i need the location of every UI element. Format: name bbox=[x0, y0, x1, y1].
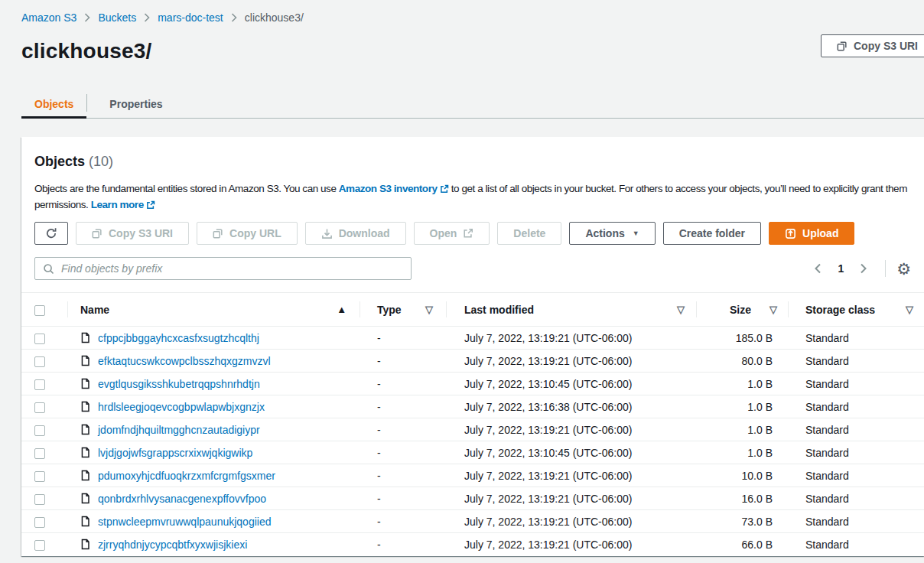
file-icon bbox=[80, 332, 90, 343]
object-last-modified: July 7, 2022, 13:10:45 (UTC-06:00) bbox=[446, 441, 696, 464]
tab-properties[interactable]: Properties bbox=[96, 89, 175, 118]
object-size: 80.0 B bbox=[696, 350, 788, 373]
object-storage-class: Standard bbox=[788, 464, 924, 487]
pagination: 1 ⚙ bbox=[808, 260, 911, 277]
row-checkbox[interactable] bbox=[34, 425, 45, 436]
object-name-link[interactable]: hrdlsleegjoqevcogbpwlapwbjxgnzjx bbox=[98, 401, 265, 413]
learn-more-link[interactable]: Learn more bbox=[91, 199, 155, 210]
copy-url-button[interactable]: Copy URL bbox=[197, 222, 298, 245]
row-checkbox[interactable] bbox=[34, 379, 45, 390]
sort-icon[interactable]: ▽ bbox=[769, 304, 777, 315]
file-icon bbox=[80, 447, 90, 458]
copy-icon bbox=[92, 228, 102, 239]
objects-toolbar: Copy S3 URI Copy URL Download Open Delet… bbox=[34, 222, 911, 245]
previous-page-button[interactable] bbox=[808, 262, 827, 275]
preferences-gear-icon[interactable]: ⚙ bbox=[896, 261, 911, 277]
next-page-button[interactable] bbox=[854, 262, 873, 275]
object-last-modified: July 7, 2022, 13:19:21 (UTC-06:00) bbox=[446, 327, 696, 350]
object-last-modified: July 7, 2022, 13:19:21 (UTC-06:00) bbox=[446, 533, 696, 556]
object-storage-class: Standard bbox=[788, 533, 924, 556]
object-name-link[interactable]: lvjdjgojwfsgrappscrxixwjqkigwikp bbox=[98, 447, 252, 459]
column-header-storage-class[interactable]: Storage class bbox=[805, 304, 875, 316]
object-last-modified: July 7, 2022, 13:16:38 (UTC-06:00) bbox=[446, 395, 696, 418]
row-checkbox[interactable] bbox=[34, 334, 45, 344]
object-name-link[interactable]: jdomfndjhquiltmgghcnzautadigiypr bbox=[98, 424, 260, 436]
object-size: 185.0 B bbox=[696, 327, 788, 350]
object-row: zjrryqhdnjycypcqbtfxyxwjisjkiexi - July … bbox=[21, 533, 924, 556]
object-size: 1.0 B bbox=[696, 373, 788, 395]
select-all-checkbox[interactable] bbox=[34, 305, 45, 316]
copy-s3-uri-button[interactable]: Copy S3 URI bbox=[76, 222, 189, 245]
object-row: hrdlsleegjoqevcogbpwlapwbjxgnzjx - July … bbox=[21, 395, 924, 418]
pagination-divider bbox=[885, 260, 886, 277]
breadcrumb-separator-icon bbox=[144, 13, 150, 22]
object-size: 1.0 B bbox=[696, 418, 788, 441]
object-last-modified: July 7, 2022, 13:10:45 (UTC-06:00) bbox=[446, 373, 696, 395]
objects-heading: Objects (10) bbox=[34, 152, 911, 171]
actions-button[interactable]: Actions ▼ bbox=[569, 222, 655, 245]
delete-button[interactable]: Delete bbox=[497, 222, 561, 245]
object-storage-class: Standard bbox=[788, 395, 924, 418]
row-checkbox[interactable] bbox=[34, 494, 45, 505]
object-storage-class: Standard bbox=[788, 510, 924, 533]
object-name-link[interactable]: zjrryqhdnjycypcqbtfxyxwjisjkiexi bbox=[98, 539, 247, 551]
sort-icon[interactable]: ▽ bbox=[677, 304, 685, 315]
row-checkbox[interactable] bbox=[34, 448, 45, 459]
sort-ascending-icon[interactable]: ▲ bbox=[337, 304, 346, 315]
object-row: qonbrdxrhlvysanacgenexpffovvfpoo - July … bbox=[21, 487, 924, 510]
breadcrumb-link-bucket[interactable]: mars-doc-test bbox=[158, 11, 223, 24]
object-row: stpnwcleepmvruwwqlpaunukjqogiied - July … bbox=[21, 510, 924, 533]
object-last-modified: July 7, 2022, 13:19:21 (UTC-06:00) bbox=[446, 464, 696, 487]
tab-bar: Objects Properties bbox=[21, 89, 924, 119]
objects-panel: Objects (10) Objects are the fundamental… bbox=[21, 137, 924, 556]
row-checkbox[interactable] bbox=[34, 356, 45, 367]
object-name-link[interactable]: qonbrdxrhlvysanacgenexpffovvfpoo bbox=[98, 493, 266, 505]
object-row: pdumoxyhjcdfuoqkrzxmfcrgmfgsxmer - July … bbox=[21, 464, 924, 487]
object-type: - bbox=[360, 464, 446, 487]
page-title: clickhouse3/ bbox=[21, 39, 924, 63]
tab-objects[interactable]: Objects bbox=[21, 89, 86, 118]
column-header-size[interactable]: Size bbox=[730, 304, 751, 316]
object-name-link[interactable]: cfppcjbbggayhcxcasfxsugtzhcqlthj bbox=[98, 332, 259, 344]
current-page-number[interactable]: 1 bbox=[838, 262, 844, 275]
object-storage-class: Standard bbox=[788, 373, 924, 395]
object-last-modified: July 7, 2022, 13:19:21 (UTC-06:00) bbox=[446, 510, 696, 533]
download-button[interactable]: Download bbox=[305, 222, 406, 245]
page-header: clickhouse3/ Copy S3 URI bbox=[21, 39, 924, 63]
object-type: - bbox=[360, 533, 446, 556]
breadcrumb-link-buckets[interactable]: Buckets bbox=[98, 11, 136, 24]
column-header-last-modified[interactable]: Last modified bbox=[464, 304, 534, 316]
find-objects-input[interactable] bbox=[34, 257, 412, 280]
upload-icon bbox=[785, 228, 796, 239]
column-header-type[interactable]: Type bbox=[377, 304, 402, 316]
row-checkbox[interactable] bbox=[34, 402, 45, 413]
file-icon bbox=[80, 378, 90, 389]
caret-down-icon: ▼ bbox=[633, 230, 639, 237]
object-type: - bbox=[360, 487, 446, 510]
breadcrumb-link-amazon-s3[interactable]: Amazon S3 bbox=[21, 11, 76, 24]
objects-count: (10) bbox=[89, 154, 113, 169]
object-name-link[interactable]: pdumoxyhjcdfuoqkrzxmfcrgmfgsxmer bbox=[98, 470, 275, 482]
row-checkbox[interactable] bbox=[34, 471, 45, 482]
create-folder-button[interactable]: Create folder bbox=[663, 222, 761, 245]
object-name-link[interactable]: evgtlqusgiksshkubetrqqpshnrhdtjn bbox=[98, 378, 260, 390]
open-button[interactable]: Open bbox=[414, 222, 490, 245]
copy-s3-uri-header-button[interactable]: Copy S3 URI bbox=[821, 34, 924, 57]
object-row: lvjdjgojwfsgrappscrxixwjqkigwikp - July … bbox=[21, 441, 924, 464]
amazon-s3-inventory-link[interactable]: Amazon S3 inventory bbox=[339, 183, 449, 194]
upload-button[interactable]: Upload bbox=[769, 222, 854, 245]
column-header-name[interactable]: Name bbox=[80, 304, 109, 316]
object-storage-class: Standard bbox=[788, 418, 924, 441]
objects-table: Name▲ Type▽ Last modified▽ Size▽ Storage… bbox=[21, 292, 924, 556]
object-name-link[interactable]: stpnwcleepmvruwwqlpaunukjqogiied bbox=[98, 516, 271, 528]
object-type: - bbox=[360, 373, 446, 395]
row-checkbox[interactable] bbox=[34, 540, 45, 551]
sort-icon[interactable]: ▽ bbox=[425, 304, 433, 315]
object-type: - bbox=[360, 418, 446, 441]
sort-icon[interactable]: ▽ bbox=[906, 304, 913, 315]
row-checkbox[interactable] bbox=[34, 517, 45, 528]
object-name-link[interactable]: efktaqtucswkcowpclbsszhqxgzmvzvl bbox=[98, 355, 271, 367]
file-icon bbox=[80, 355, 90, 366]
refresh-button[interactable] bbox=[34, 222, 68, 245]
tab-divider bbox=[86, 94, 87, 112]
